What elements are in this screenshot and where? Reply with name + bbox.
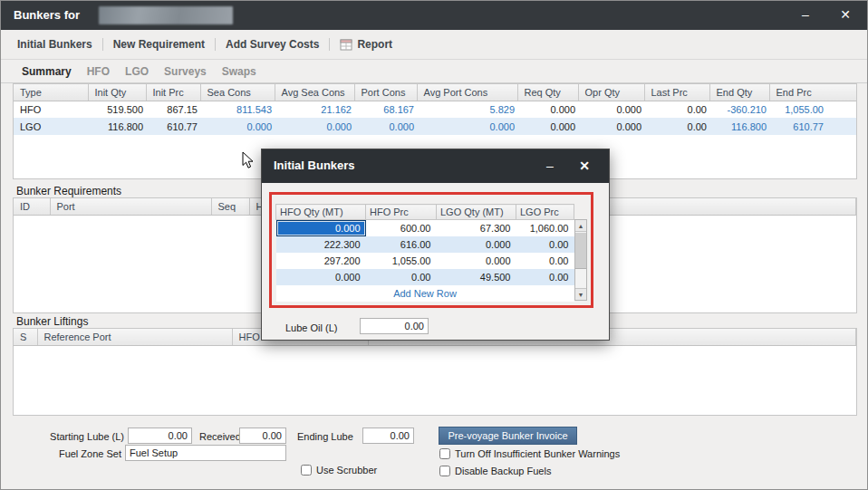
summary-row-hfo[interactable]: HFO 519.500 867.15 811.543 21.162 68.167… (14, 101, 857, 118)
col-init-qty: Init Qty (88, 84, 146, 101)
toolbar-report-label: Report (357, 38, 392, 51)
grid-cell[interactable]: 0.000 (276, 269, 366, 285)
col-last-prc: Last Prc (644, 84, 709, 101)
starting-lube-input[interactable] (128, 428, 192, 444)
disable-backup-fuels-checkbox[interactable] (439, 466, 450, 476)
grid-cell[interactable]: 0.00 (516, 269, 574, 285)
summary-cell: 0.000 (417, 118, 517, 135)
grid-cell[interactable]: 0.00 (516, 236, 574, 253)
tab-surveys[interactable]: Surveys (164, 65, 207, 78)
col-type: Type (14, 84, 88, 101)
title-bar: Bunkers for – ✕ (1, 1, 867, 30)
summary-cell: 0.000 (517, 118, 578, 135)
col-opr-qty: Opr Qty (578, 84, 644, 101)
toolbar-report[interactable]: Report (340, 38, 392, 51)
summary-cell: 0.000 (275, 118, 354, 135)
scrollbar-thumb[interactable] (575, 233, 586, 269)
summary-cell: 116.800 (709, 118, 769, 135)
received-input[interactable] (239, 428, 286, 444)
grid-cell[interactable]: 49.500 (437, 269, 516, 285)
dialog-minimize-button[interactable]: – (542, 159, 558, 173)
grid-cell[interactable]: 297.200 (276, 253, 366, 269)
tab-bar: Summary HFO LGO Surveys Swaps (1, 60, 867, 83)
toolbar: Initial Bunkers New Requirement Add Surv… (1, 30, 867, 60)
col-end-qty: End Qty (709, 84, 769, 101)
toolbar-separator (102, 38, 103, 51)
col-reference-port: Reference Port (37, 329, 232, 345)
col-req-qty: Req Qty (517, 84, 578, 101)
add-new-row-link[interactable]: Add New Row (276, 285, 574, 302)
minimize-button[interactable]: – (796, 7, 815, 22)
tab-hfo[interactable]: HFO (87, 65, 110, 78)
dialog-header-row: HFO Qty (MT) HFO Prc LGO Qty (MT) LGO Pr… (276, 205, 574, 220)
toolbar-separator (329, 38, 330, 51)
lube-oil-input[interactable] (360, 318, 429, 334)
col-end-prc: End Prc (769, 84, 857, 101)
tab-swaps[interactable]: Swaps (222, 65, 256, 78)
disable-backup-fuels-label: Disable Backup Fuels (455, 466, 551, 476)
annotation-red-box: HFO Qty (MT) HFO Prc LGO Qty (MT) LGO Pr… (269, 192, 593, 308)
col-port-cons: Port Cons (354, 84, 417, 101)
tab-summary[interactable]: Summary (22, 65, 72, 78)
grid-cell[interactable]: 1,060.00 (516, 220, 574, 236)
summary-cell: 0.000 (578, 118, 644, 135)
summary-cell: 116.800 (88, 118, 146, 135)
toolbar-initial-bunkers[interactable]: Initial Bunkers (17, 38, 92, 51)
turn-off-warnings-label: Turn Off Insufficient Bunker Warnings (455, 448, 620, 459)
dialog-close-button[interactable]: ✕ (576, 159, 593, 173)
grid-cell[interactable]: 0.000 (437, 236, 516, 253)
grid-cell[interactable]: 67.300 (437, 220, 516, 236)
grid-cell[interactable]: 0.00 (366, 269, 437, 285)
grid-cell[interactable]: 0.000 (437, 253, 516, 269)
summary-cell: 1,055.00 (769, 101, 857, 118)
bunker-liftings-grid: S Reference Port HFO (13, 328, 857, 416)
col-hfo-qty: HFO Qty (MT) (276, 205, 366, 220)
tab-lgo[interactable]: LGO (125, 65, 149, 78)
summary-cell: 610.77 (146, 118, 200, 135)
grid-cell[interactable]: 0.00 (516, 253, 574, 269)
fuel-zone-set-field[interactable] (125, 445, 286, 461)
add-new-row: Add New Row (276, 285, 574, 302)
grid-cell[interactable]: 600.00 (366, 220, 437, 236)
summary-cell: 21.162 (275, 101, 354, 118)
grid-cell[interactable]: 1,055.00 (366, 253, 437, 269)
dialog-title-bar: Initial Bunkers – ✕ (262, 149, 609, 183)
ending-lube-label: Ending Lube (297, 431, 353, 442)
close-button[interactable]: ✕ (836, 7, 854, 22)
summary-cell: 0.000 (578, 101, 644, 118)
starting-lube-label: Starting Lube (L) (37, 431, 124, 442)
scrollbar-up-icon[interactable]: ▲ (575, 220, 586, 232)
dialog-title: Initial Bunkers (274, 159, 355, 172)
summary-header-row: Type Init Qty Init Prc Sea Cons Avg Sea … (14, 84, 857, 101)
summary-cell: 0.00 (644, 118, 709, 135)
toolbar-add-survey-costs[interactable]: Add Survey Costs (226, 38, 319, 51)
selected-cell[interactable]: 0.000 (276, 220, 366, 236)
scrollbar-down-icon[interactable]: ▼ (575, 288, 586, 300)
col-hfo-prc: HFO Prc (366, 205, 437, 220)
bunker-liftings-title: Bunker Liftings (16, 315, 88, 328)
toolbar-new-requirement[interactable]: New Requirement (113, 38, 205, 51)
initial-bunkers-grid: HFO Qty (MT) HFO Prc LGO Qty (MT) LGO Pr… (275, 204, 574, 302)
use-scrubber-label: Use Scrubber (316, 465, 377, 476)
report-icon (340, 39, 352, 51)
turn-off-warnings-checkbox[interactable] (439, 448, 450, 459)
received-label: Received (199, 431, 241, 442)
col-avg-sea-cons: Avg Sea Cons (275, 84, 354, 101)
window-title: Bunkers for (14, 8, 80, 22)
bunker-requirements-title: Bunker Requirements (16, 185, 121, 197)
col-lgo-prc: LGO Prc (516, 205, 574, 220)
ending-lube-input[interactable] (362, 428, 414, 444)
dialog-scrollbar[interactable]: ▲ ▼ (574, 219, 587, 301)
summary-cell: 0.000 (517, 101, 578, 118)
use-scrubber-checkbox[interactable] (301, 465, 312, 476)
initial-bunkers-dialog: Initial Bunkers – ✕ HFO Qty (MT) HFO Prc… (261, 149, 610, 341)
grid-cell[interactable]: 222.300 (276, 236, 366, 253)
dialog-row: 0.000 0.00 49.500 0.00 (276, 269, 574, 285)
grid-cell[interactable]: 616.00 (366, 236, 437, 253)
summary-cell: 519.500 (88, 101, 146, 118)
pre-voyage-bunker-invoice-button[interactable]: Pre-voyage Bunker Invoice (439, 427, 577, 445)
col-id: ID (14, 198, 50, 215)
summary-cell: 0.000 (200, 118, 275, 135)
summary-row-lgo[interactable]: LGO 116.800 610.77 0.000 0.000 0.000 0.0… (14, 118, 857, 135)
col-avg-port-cons: Avg Port Cons (417, 84, 517, 101)
